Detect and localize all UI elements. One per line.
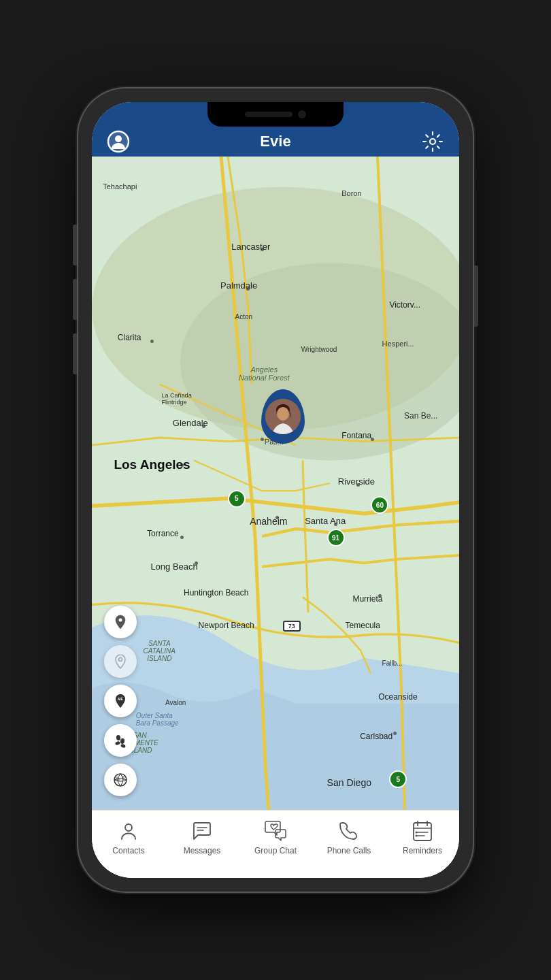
nav-contacts[interactable]: Contacts — [101, 819, 156, 855]
map-label-sanbe: San Be... — [404, 411, 437, 421]
map-label-lancaster: Lancaster — [231, 242, 270, 252]
map-label-temecula: Temecula — [346, 621, 380, 630]
svg-point-10 — [119, 619, 122, 622]
map-label-palmdale: Palmdale — [220, 280, 257, 291]
svg-rect-3 — [92, 157, 459, 810]
map-label-boron: Boron — [341, 189, 361, 197]
map-label-oceanside: Oceanside — [378, 692, 417, 702]
interstate-5-south: 5 — [389, 770, 407, 788]
map-label-angeles-forest: AngelesNational Forest — [239, 365, 290, 382]
nav-group-chat-label: Group Chat — [254, 846, 297, 855]
interstate-60: 60 — [371, 496, 388, 514]
city-dot-palmdale — [246, 287, 250, 291]
highway-73: 73 — [283, 621, 301, 632]
map-label-santaana: Santa Ana — [305, 516, 346, 526]
bottom-navigation: Contacts Messages — [92, 810, 459, 878]
footsteps-button[interactable] — [104, 724, 137, 757]
phone-screen: Evie — [92, 102, 459, 878]
messages-icon — [190, 819, 214, 843]
map-label-carlsbad: Carlsbad — [360, 732, 393, 741]
map-label-clarita: Clarita — [118, 333, 141, 342]
city-dot-lancaster — [261, 248, 264, 251]
map-label-fontana: Fontana — [341, 431, 371, 440]
reminders-icon — [410, 819, 435, 843]
location-button[interactable] — [104, 606, 137, 638]
group-chat-icon — [263, 819, 288, 843]
screen-content: Evie — [92, 102, 459, 878]
phone-frame: Evie — [78, 88, 473, 892]
map-label-outer-santa: Outer SantaBara Passage — [136, 712, 179, 727]
map-label-victorville: Victorv... — [389, 300, 420, 310]
map-area[interactable]: Tehachapi Boron Lancaster Palmdale Acton… — [92, 157, 459, 810]
app-title: Evie — [260, 133, 290, 150]
svg-point-1 — [115, 135, 122, 142]
city-dot-santaana — [334, 523, 337, 526]
user-location-pin[interactable] — [261, 389, 305, 444]
city-dot-riverside — [356, 483, 360, 487]
city-dot-murrieta — [378, 594, 382, 598]
map-label-sandiego: San Diego — [327, 777, 371, 788]
map-label-anaheim: Anaheim — [250, 516, 287, 527]
interstate-5: 5 — [228, 490, 246, 508]
speaker — [245, 112, 293, 117]
svg-point-15 — [115, 740, 120, 745]
svg-point-25 — [416, 832, 418, 834]
map-label-losangeles: Los Angeles — [114, 457, 190, 472]
nav-contacts-label: Contacts — [112, 846, 144, 855]
map-label-lacanada: La CañadaFlintridge — [162, 392, 192, 406]
nav-reminders-label: Reminders — [403, 846, 442, 855]
city-dot-torrance — [180, 536, 184, 539]
svg-text:ME: ME — [118, 697, 123, 701]
svg-point-9 — [277, 407, 289, 421]
map-label-fallbrook: Fallb... — [382, 659, 403, 667]
nav-group-chat[interactable]: Group Chat — [248, 819, 303, 855]
svg-point-2 — [430, 139, 435, 144]
phone-calls-icon — [337, 819, 361, 843]
city-dot-longbeach — [195, 561, 198, 565]
svg-point-14 — [120, 738, 124, 745]
svg-point-26 — [416, 835, 418, 837]
nav-messages[interactable]: Messages — [175, 819, 229, 855]
city-dot-fontana — [371, 438, 374, 441]
city-dot-clarita — [150, 340, 154, 343]
city-dot-los-angeles — [180, 463, 184, 467]
profile-button[interactable] — [105, 129, 131, 154]
map-label-hesperia: Hesperi... — [382, 340, 414, 348]
map-label-acton: Acton — [235, 313, 253, 321]
nav-phone-calls[interactable]: Phone Calls — [322, 819, 376, 855]
map-label-avalon: Avalon — [165, 699, 186, 706]
pin-avatar — [265, 399, 301, 434]
nav-reminders[interactable]: Reminders — [395, 819, 450, 855]
location-outline-button[interactable] — [104, 645, 137, 678]
map-label-catalina: SANTACATALINAISLAND — [144, 640, 176, 662]
map-label-torrance: Torrance — [147, 529, 179, 538]
city-dot-anaheim — [276, 516, 279, 519]
nav-messages-label: Messages — [184, 846, 221, 855]
map-label-newportbeach: Newport Beach — [199, 621, 254, 630]
svg-point-13 — [116, 735, 120, 741]
globe-button[interactable] — [104, 764, 137, 796]
map-label-huntington: Huntington Beach — [184, 588, 248, 598]
svg-point-5 — [180, 263, 459, 460]
me-button[interactable]: ME — [104, 685, 137, 717]
svg-point-16 — [120, 743, 126, 748]
nav-phone-calls-label: Phone Calls — [327, 846, 371, 855]
settings-button[interactable] — [420, 129, 446, 154]
notch — [207, 102, 344, 127]
city-dot-carlsbad — [393, 732, 397, 735]
camera — [298, 110, 306, 118]
map-controls: ME — [104, 606, 137, 796]
interstate-91: 91 — [327, 529, 345, 546]
contacts-icon — [116, 819, 141, 843]
map-label-tehachapi: Tehachapi — [103, 182, 137, 191]
map-label-longbeach: Long Beach — [150, 561, 197, 572]
pin-body — [261, 389, 305, 444]
svg-point-18 — [125, 824, 132, 831]
city-dot-glendale — [202, 425, 205, 428]
svg-point-11 — [119, 658, 122, 662]
svg-point-17 — [114, 774, 127, 786]
map-label-wrightwood: Wrightwood — [301, 346, 337, 353]
